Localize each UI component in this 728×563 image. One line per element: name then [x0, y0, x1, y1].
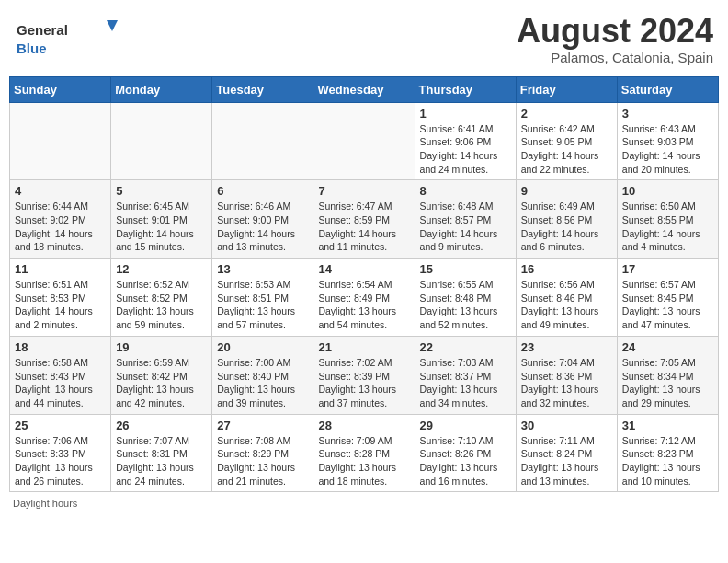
- logo: General Blue: [15, 13, 125, 63]
- day-info: Sunrise: 7:03 AM Sunset: 8:37 PM Dayligh…: [420, 356, 511, 410]
- day-number: 31: [622, 419, 713, 432]
- day-info: Sunrise: 6:48 AM Sunset: 8:57 PM Dayligh…: [420, 200, 511, 254]
- day-number: 29: [420, 419, 511, 432]
- month-year: August 2024: [517, 13, 713, 50]
- day-info: Sunrise: 7:02 AM Sunset: 8:39 PM Dayligh…: [318, 356, 409, 410]
- header: General Blue August 2024 Palamos, Catalo…: [9, 9, 719, 69]
- week-row-1: 1Sunrise: 6:41 AM Sunset: 9:06 PM Daylig…: [10, 102, 719, 180]
- day-info: Sunrise: 6:43 AM Sunset: 9:03 PM Dayligh…: [622, 122, 713, 177]
- day-info: Sunrise: 6:52 AM Sunset: 8:52 PM Dayligh…: [116, 278, 207, 332]
- day-info: Sunrise: 6:57 AM Sunset: 8:45 PM Dayligh…: [622, 278, 713, 332]
- day-header-friday: Friday: [516, 76, 617, 102]
- day-header-sunday: Sunday: [10, 76, 111, 102]
- day-cell-30: 30Sunrise: 7:11 AM Sunset: 8:24 PM Dayli…: [516, 414, 617, 492]
- day-number: 26: [116, 419, 207, 432]
- day-number: 24: [622, 340, 713, 354]
- day-header-monday: Monday: [111, 76, 212, 102]
- week-row-5: 25Sunrise: 7:06 AM Sunset: 8:33 PM Dayli…: [10, 414, 719, 492]
- day-cell-1: 1Sunrise: 6:41 AM Sunset: 9:06 PM Daylig…: [415, 102, 516, 180]
- day-cell-21: 21Sunrise: 7:02 AM Sunset: 8:39 PM Dayli…: [313, 336, 415, 414]
- days-header-row: SundayMondayTuesdayWednesdayThursdayFrid…: [10, 76, 719, 102]
- day-number: 25: [15, 419, 106, 432]
- day-number: 6: [217, 184, 308, 198]
- empty-cell: [212, 102, 313, 180]
- day-number: 4: [15, 184, 106, 198]
- day-cell-14: 14Sunrise: 6:54 AM Sunset: 8:49 PM Dayli…: [313, 259, 415, 337]
- day-number: 13: [217, 262, 308, 276]
- day-info: Sunrise: 7:09 AM Sunset: 8:28 PM Dayligh…: [318, 434, 409, 488]
- day-number: 11: [15, 262, 106, 276]
- day-header-thursday: Thursday: [415, 76, 516, 102]
- day-cell-4: 4Sunrise: 6:44 AM Sunset: 9:02 PM Daylig…: [10, 180, 111, 259]
- day-cell-5: 5Sunrise: 6:45 AM Sunset: 9:01 PM Daylig…: [111, 180, 212, 259]
- day-cell-28: 28Sunrise: 7:09 AM Sunset: 8:28 PM Dayli…: [313, 414, 415, 492]
- day-number: 23: [521, 340, 612, 354]
- day-cell-13: 13Sunrise: 6:53 AM Sunset: 8:51 PM Dayli…: [212, 259, 313, 337]
- week-row-4: 18Sunrise: 6:58 AM Sunset: 8:43 PM Dayli…: [10, 336, 719, 414]
- day-info: Sunrise: 7:11 AM Sunset: 8:24 PM Dayligh…: [521, 434, 612, 488]
- day-number: 28: [318, 419, 409, 432]
- day-number: 17: [622, 262, 713, 276]
- day-header-saturday: Saturday: [617, 76, 718, 102]
- svg-text:Blue: Blue: [17, 40, 47, 56]
- day-number: 3: [622, 107, 713, 121]
- svg-text:General: General: [17, 22, 68, 38]
- day-number: 19: [116, 340, 207, 354]
- day-cell-17: 17Sunrise: 6:57 AM Sunset: 8:45 PM Dayli…: [617, 259, 718, 337]
- day-number: 5: [116, 184, 207, 198]
- day-number: 8: [420, 184, 511, 198]
- day-number: 1: [420, 107, 511, 121]
- day-cell-25: 25Sunrise: 7:06 AM Sunset: 8:33 PM Dayli…: [10, 414, 111, 492]
- day-info: Sunrise: 6:41 AM Sunset: 9:06 PM Dayligh…: [420, 122, 511, 177]
- day-info: Sunrise: 6:59 AM Sunset: 8:42 PM Dayligh…: [116, 356, 207, 410]
- day-cell-3: 3Sunrise: 6:43 AM Sunset: 9:03 PM Daylig…: [617, 102, 718, 180]
- day-info: Sunrise: 7:00 AM Sunset: 8:40 PM Dayligh…: [217, 356, 308, 410]
- day-info: Sunrise: 6:44 AM Sunset: 9:02 PM Dayligh…: [15, 200, 106, 254]
- day-cell-19: 19Sunrise: 6:59 AM Sunset: 8:42 PM Dayli…: [111, 336, 212, 414]
- day-number: 9: [521, 184, 612, 198]
- day-info: Sunrise: 6:54 AM Sunset: 8:49 PM Dayligh…: [318, 278, 409, 332]
- day-cell-18: 18Sunrise: 6:58 AM Sunset: 8:43 PM Dayli…: [10, 336, 111, 414]
- day-info: Sunrise: 6:47 AM Sunset: 8:59 PM Dayligh…: [318, 200, 409, 254]
- day-number: 20: [217, 340, 308, 354]
- day-info: Sunrise: 6:49 AM Sunset: 8:56 PM Dayligh…: [521, 200, 612, 254]
- day-cell-20: 20Sunrise: 7:00 AM Sunset: 8:40 PM Dayli…: [212, 336, 313, 414]
- day-info: Sunrise: 7:07 AM Sunset: 8:31 PM Dayligh…: [116, 434, 207, 488]
- title-area: August 2024 Palamos, Catalonia, Spain: [517, 13, 713, 65]
- empty-cell: [10, 102, 111, 180]
- day-cell-12: 12Sunrise: 6:52 AM Sunset: 8:52 PM Dayli…: [111, 259, 212, 337]
- day-info: Sunrise: 7:04 AM Sunset: 8:36 PM Dayligh…: [521, 356, 612, 410]
- day-info: Sunrise: 7:05 AM Sunset: 8:34 PM Dayligh…: [622, 356, 713, 410]
- week-row-2: 4Sunrise: 6:44 AM Sunset: 9:02 PM Daylig…: [10, 180, 719, 259]
- day-number: 10: [622, 184, 713, 198]
- empty-cell: [111, 102, 212, 180]
- day-number: 21: [318, 340, 409, 354]
- day-number: 27: [217, 419, 308, 432]
- day-info: Sunrise: 7:08 AM Sunset: 8:29 PM Dayligh…: [217, 434, 308, 488]
- svg-marker-2: [107, 20, 118, 31]
- location: Palamos, Catalonia, Spain: [517, 50, 713, 65]
- day-cell-26: 26Sunrise: 7:07 AM Sunset: 8:31 PM Dayli…: [111, 414, 212, 492]
- day-info: Sunrise: 7:10 AM Sunset: 8:26 PM Dayligh…: [420, 434, 511, 488]
- day-cell-8: 8Sunrise: 6:48 AM Sunset: 8:57 PM Daylig…: [415, 180, 516, 259]
- day-cell-7: 7Sunrise: 6:47 AM Sunset: 8:59 PM Daylig…: [313, 180, 415, 259]
- day-number: 30: [521, 419, 612, 432]
- daylight-label: Daylight hours: [13, 498, 77, 509]
- day-cell-6: 6Sunrise: 6:46 AM Sunset: 9:00 PM Daylig…: [212, 180, 313, 259]
- day-cell-9: 9Sunrise: 6:49 AM Sunset: 8:56 PM Daylig…: [516, 180, 617, 259]
- day-info: Sunrise: 6:58 AM Sunset: 8:43 PM Dayligh…: [15, 356, 106, 410]
- day-number: 14: [318, 262, 409, 276]
- day-cell-31: 31Sunrise: 7:12 AM Sunset: 8:23 PM Dayli…: [617, 414, 718, 492]
- day-header-tuesday: Tuesday: [212, 76, 313, 102]
- day-cell-2: 2Sunrise: 6:42 AM Sunset: 9:05 PM Daylig…: [516, 102, 617, 180]
- day-number: 22: [420, 340, 511, 354]
- day-cell-23: 23Sunrise: 7:04 AM Sunset: 8:36 PM Dayli…: [516, 336, 617, 414]
- day-cell-15: 15Sunrise: 6:55 AM Sunset: 8:48 PM Dayli…: [415, 259, 516, 337]
- day-cell-24: 24Sunrise: 7:05 AM Sunset: 8:34 PM Dayli…: [617, 336, 718, 414]
- footer-note: Daylight hours: [9, 498, 719, 509]
- day-number: 18: [15, 340, 106, 354]
- day-info: Sunrise: 7:06 AM Sunset: 8:33 PM Dayligh…: [15, 434, 106, 488]
- day-info: Sunrise: 7:12 AM Sunset: 8:23 PM Dayligh…: [622, 434, 713, 488]
- day-info: Sunrise: 6:45 AM Sunset: 9:01 PM Dayligh…: [116, 200, 207, 254]
- day-number: 12: [116, 262, 207, 276]
